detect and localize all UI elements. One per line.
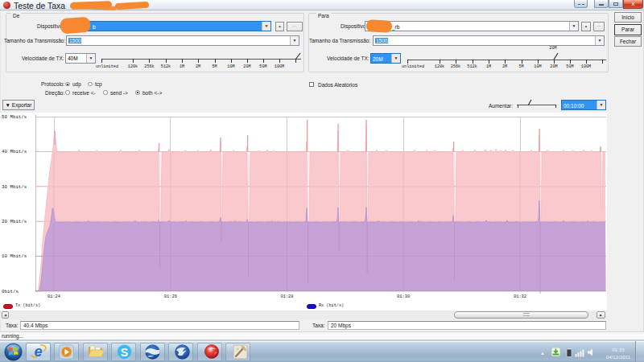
svg-text:S: S — [121, 345, 128, 358]
